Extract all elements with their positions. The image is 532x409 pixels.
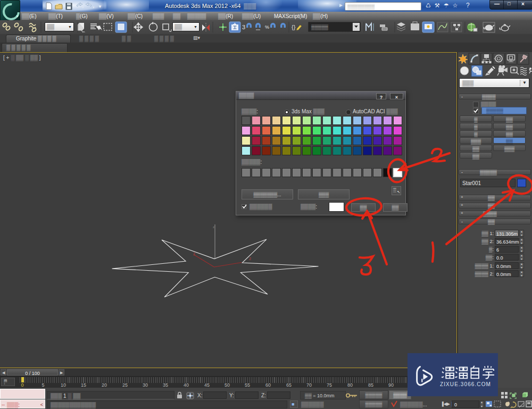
svg-text:2: 2 <box>193 252 195 256</box>
svg-text:2: 2 <box>249 257 251 261</box>
svg-text:z: z <box>213 226 214 229</box>
